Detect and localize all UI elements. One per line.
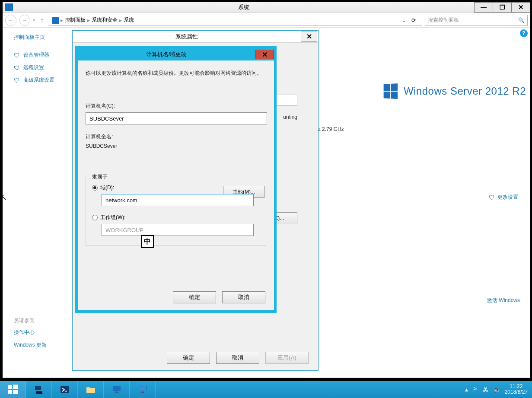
member-of-group: 隶属于 域(D): 工作组(W): [86, 177, 266, 246]
monitor-icon [111, 384, 122, 395]
system-tray: ▴ 🏳 🖧 🔈 11:22 2018/8/27 [465, 384, 532, 395]
ime-indicator[interactable]: 中 [141, 235, 154, 248]
brand-text: Windows Server 2012 R2 [404, 85, 526, 97]
props-cancel-button[interactable]: 取消 [216, 352, 259, 364]
clock[interactable]: 11:22 2018/8/27 [505, 384, 528, 395]
taskbar: ▴ 🏳 🖧 🔈 11:22 2018/8/27 [0, 381, 532, 398]
refresh-button[interactable]: ⟳ [408, 17, 419, 23]
workgroup-radio[interactable] [92, 215, 98, 220]
computer-name-label: 计算机名(C): [86, 102, 266, 110]
sidebar-advanced-settings[interactable]: 高级系统设置 [14, 76, 74, 84]
explorer-button[interactable] [78, 381, 104, 398]
shield-icon [489, 194, 496, 201]
titlebar: 系统 — ❐ ✕ [3, 2, 530, 13]
windows-start-icon [8, 384, 18, 395]
props-apply-button: 应用(A) [265, 352, 309, 364]
action-center-link[interactable]: 操作中心 [14, 329, 74, 336]
folder-icon [86, 384, 96, 395]
search-icon: 🔍 [518, 17, 525, 23]
task-button-2[interactable] [130, 381, 156, 398]
windows-logo-icon [384, 83, 398, 99]
powershell-icon [60, 384, 70, 395]
server-manager-button[interactable] [26, 381, 52, 398]
workgroup-radio-label: 工作组(W): [100, 214, 126, 221]
svg-rect-4 [35, 386, 41, 390]
shield-icon [14, 77, 21, 84]
shield-icon [14, 52, 21, 59]
rename-description: 你可以更改该计算机的名称和成员身份。更改可能会影响对网络资源的访问。 [86, 69, 266, 77]
powershell-button[interactable] [52, 381, 78, 398]
computer-name-input[interactable] [86, 112, 267, 124]
rename-ok-button[interactable]: 确定 [173, 291, 216, 303]
domain-input[interactable] [102, 194, 254, 206]
svg-rect-1 [13, 385, 18, 389]
search-input[interactable]: 搜索控制面板 🔍 [425, 15, 528, 26]
svg-rect-10 [115, 392, 118, 393]
close-button[interactable]: ✕ [511, 2, 530, 13]
tray-flag-icon[interactable]: 🏳 [472, 386, 478, 393]
svg-rect-8 [86, 388, 95, 393]
sidebar-remote-settings[interactable]: 远程设置 [14, 64, 74, 71]
svg-rect-9 [113, 386, 121, 391]
back-button[interactable]: ← [5, 15, 16, 26]
sidebar: 控制面板主页 设备管理器 远程设置 高级系统设置 另请参阅 操作中心 Windo… [3, 28, 78, 378]
full-name-label: 计算机全名: [86, 133, 266, 140]
cp-icon [52, 17, 59, 24]
svg-rect-5 [36, 391, 42, 394]
window-title: 系统 [13, 3, 475, 11]
workgroup-input [102, 224, 254, 236]
full-name-value: SUBDCSever [86, 143, 266, 149]
restore-button[interactable]: ❐ [493, 2, 512, 13]
toolbar: ← → ▾ ↑ ▸ 控制面板 ▸ 系统和安全 ▸ 系统 ⌄ ⟳ 搜索控制面板 🔍 [3, 13, 530, 28]
svg-rect-6 [61, 386, 69, 393]
windows-brand: Windows Server 2012 R2 [383, 84, 526, 99]
shield-icon [14, 64, 21, 71]
props-ok-button[interactable]: 确定 [167, 352, 210, 364]
forward-button[interactable]: → [19, 15, 30, 26]
breadcrumb-dropdown[interactable]: ⌄ [402, 17, 406, 23]
cursor-icon: ↖ [0, 193, 7, 202]
bc-control-panel[interactable]: 控制面板 [65, 16, 86, 24]
tray-network-icon[interactable]: 🖧 [483, 386, 489, 393]
domain-radio-label: 域(D): [100, 184, 114, 191]
server-manager-icon [34, 384, 44, 395]
domain-radio-row[interactable]: 域(D): [92, 184, 260, 191]
recent-dropdown[interactable]: ▾ [33, 18, 35, 22]
see-also-label: 另请参阅 [14, 317, 74, 325]
minimize-button[interactable]: — [474, 2, 493, 13]
rename-dialog: 计算机名/域更改 ✕ 你可以更改该计算机的名称和成员身份。更改可能会影响对网络资… [75, 46, 277, 313]
search-placeholder: 搜索控制面板 [428, 16, 459, 24]
rename-cancel-button[interactable]: 取消 [222, 291, 265, 303]
member-of-legend: 隶属于 [90, 173, 109, 181]
svg-rect-12 [141, 392, 144, 393]
rename-titlebar[interactable]: 计算机名/域更改 ✕ [78, 48, 274, 60]
app-icon [5, 3, 13, 11]
control-panel-home[interactable]: 控制面板主页 [14, 34, 74, 41]
bc-safety[interactable]: 系统和安全 [92, 16, 118, 24]
bc-system[interactable]: 系统 [124, 16, 134, 24]
rename-title: 计算机名/域更改 [78, 51, 255, 58]
domain-radio[interactable] [92, 185, 98, 191]
svg-rect-0 [8, 385, 12, 389]
props-close-button[interactable]: ✕ [301, 32, 317, 42]
clock-date: 2018/8/27 [505, 389, 528, 395]
up-button[interactable]: ↑ [38, 15, 46, 26]
tray-volume-icon[interactable]: 🔈 [493, 386, 500, 393]
tray-up-icon[interactable]: ▴ [465, 386, 468, 393]
hidden-text: unting [283, 114, 297, 120]
sidebar-device-manager[interactable]: 设备管理器 [14, 51, 74, 59]
breadcrumb[interactable]: ▸ 控制面板 ▸ 系统和安全 ▸ 系统 ⌄ ⟳ [49, 15, 422, 26]
task-button-1[interactable] [104, 381, 130, 398]
workgroup-radio-row[interactable]: 工作组(W): [92, 214, 260, 221]
svg-rect-2 [8, 390, 12, 394]
start-button[interactable] [0, 381, 26, 398]
svg-rect-3 [13, 390, 18, 394]
rename-close-button[interactable]: ✕ [255, 50, 274, 59]
monitor-icon [137, 384, 148, 395]
props-title: 系统属性 [73, 33, 301, 41]
activate-windows-link[interactable]: 激活 Windows [487, 297, 520, 304]
props-titlebar: 系统属性 ✕ [73, 31, 318, 43]
change-settings-link[interactable]: 更改设置 [489, 194, 518, 201]
help-icon[interactable]: ? [520, 29, 528, 37]
windows-update-link[interactable]: Windows 更新 [14, 341, 74, 349]
